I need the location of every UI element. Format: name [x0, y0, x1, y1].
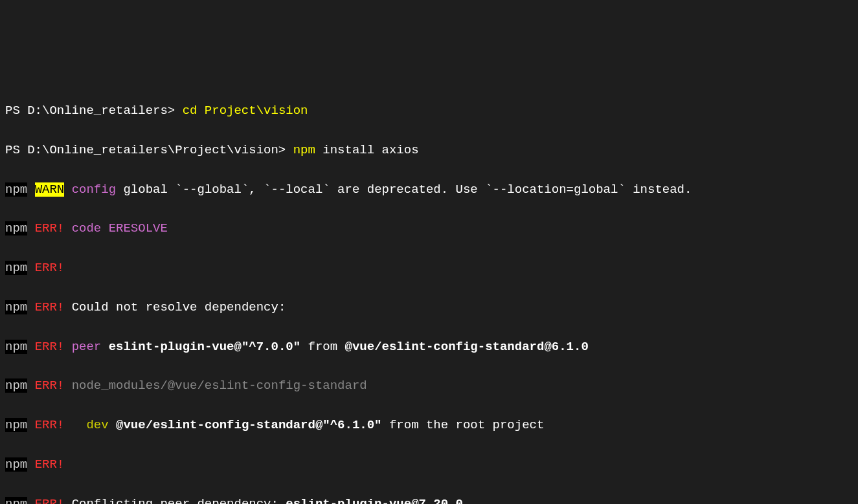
- npm-tag: npm: [5, 221, 27, 236]
- prompt-path: PS D:\Online_retailers\Project\vision>: [5, 143, 293, 157]
- npm-tag: npm: [5, 497, 27, 504]
- terminal-window[interactable]: PS D:\Online_retailers> cd Project\visio…: [5, 82, 858, 504]
- err-tag: ERR!: [35, 340, 65, 354]
- err-tag: ERR!: [35, 378, 65, 393]
- err-code: code ERESOLVE: [64, 221, 168, 236]
- pkg-name: eslint-plugin-vue@"^7.0.0": [101, 340, 300, 354]
- npm-err-line: npm ERR! Conflicting peer dependency: es…: [5, 494, 858, 504]
- from-text: from the root project: [382, 418, 545, 432]
- prompt-line-2: PS D:\Online_retailers\Project\vision> n…: [5, 140, 858, 160]
- err-tag: ERR!: [35, 497, 65, 504]
- peer-keyword: peer: [64, 340, 101, 354]
- err-tag: ERR!: [35, 418, 65, 432]
- err-tag: ERR!: [35, 300, 65, 314]
- warn-tag: WARN: [35, 182, 65, 197]
- pkg-name: @vue/eslint-config-standard@"^6.1.0": [109, 418, 382, 432]
- npm-tag: npm: [5, 340, 27, 354]
- npm-err-line: npm ERR!: [5, 455, 858, 474]
- pkg-name: eslint-plugin-vue@7.20.0: [286, 497, 463, 504]
- npm-tag: npm: [5, 457, 27, 472]
- npm-tag: npm: [5, 378, 27, 393]
- err-tag: ERR!: [35, 261, 65, 275]
- err-tag: ERR!: [35, 221, 65, 236]
- err-text: Could not resolve dependency:: [64, 300, 286, 314]
- err-text: Conflicting peer dependency:: [64, 497, 286, 504]
- dev-keyword: dev: [64, 418, 108, 432]
- npm-tag: npm: [5, 418, 27, 432]
- npm-err-line: npm ERR!: [5, 258, 858, 278]
- command-cd: cd Project\vision: [183, 104, 308, 118]
- warn-text: global `--global`, `--local` are depreca…: [116, 182, 692, 197]
- from-text: from: [300, 340, 344, 354]
- warn-config: config: [64, 182, 116, 197]
- command-args: install axios: [315, 143, 419, 157]
- prompt-path: PS D:\Online_retailers>: [5, 104, 183, 118]
- npm-warn-line: npm WARN config global `--global`, `--lo…: [5, 180, 858, 199]
- prompt-line-1: PS D:\Online_retailers> cd Project\visio…: [5, 101, 858, 120]
- npm-tag: npm: [5, 300, 27, 314]
- npm-err-line: npm ERR! code ERESOLVE: [5, 219, 858, 238]
- npm-tag: npm: [5, 182, 27, 197]
- node-modules-path: node_modules/@vue/eslint-config-standard: [64, 378, 367, 393]
- command-npm: npm: [293, 143, 315, 157]
- err-tag: ERR!: [35, 457, 65, 472]
- npm-err-line: npm ERR! Could not resolve dependency:: [5, 298, 858, 317]
- npm-tag: npm: [5, 261, 27, 275]
- npm-err-line: npm ERR! dev @vue/eslint-config-standard…: [5, 415, 858, 435]
- npm-err-line: npm ERR! node_modules/@vue/eslint-config…: [5, 376, 858, 395]
- pkg-name: @vue/eslint-config-standard@6.1.0: [345, 340, 589, 354]
- npm-err-line: npm ERR! peer eslint-plugin-vue@"^7.0.0"…: [5, 337, 858, 356]
